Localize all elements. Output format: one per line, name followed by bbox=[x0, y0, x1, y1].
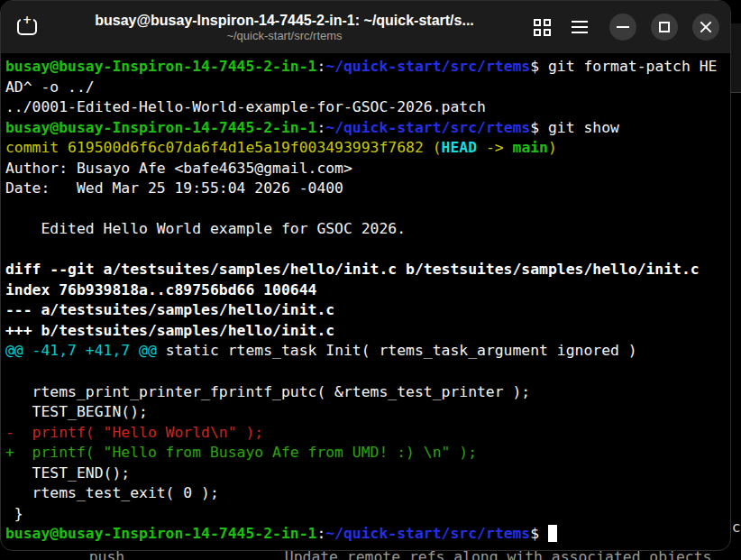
terminal-line: index 76b939818a..c89756bd66 100644 bbox=[5, 280, 730, 301]
terminal-text-segment: : bbox=[316, 58, 325, 75]
minimize-button[interactable] bbox=[609, 14, 636, 41]
terminal-line: --- a/testsuites/samples/hello/init.c bbox=[5, 300, 730, 321]
maximize-icon bbox=[659, 22, 670, 32]
terminal-text-segment: index 76b939818a..c89756bd66 100644 bbox=[5, 281, 316, 298]
plus-icon: + bbox=[21, 15, 33, 24]
terminal-line bbox=[5, 362, 730, 382]
new-tab-button[interactable]: + bbox=[12, 12, 42, 42]
terminal-text-segment: commit 619500d6f6c07da6f4d1e5a19f0034939… bbox=[5, 139, 442, 156]
menu-button[interactable] bbox=[564, 12, 595, 42]
terminal-text-segment: busay@busay-Inspiron-14-7445-2-in-1 bbox=[5, 525, 316, 542]
terminal-line: +++ b/testsuites/samples/hello/init.c bbox=[5, 321, 730, 342]
terminal-text-segment: Author: Busayo Afe <bafe4635@gmail.com> bbox=[5, 160, 352, 177]
terminal-text-segment: ~/quick-start/src/rtems bbox=[325, 119, 530, 136]
background-window-edge bbox=[731, 23, 741, 93]
terminal-text-segment: ) bbox=[548, 139, 557, 156]
minimize-icon bbox=[617, 26, 629, 28]
terminal-line: Date: Wed Mar 25 19:55:04 2026 -0400 bbox=[5, 179, 730, 199]
terminal-line: ../0001-Edited-Hello-World-example-for-G… bbox=[5, 97, 730, 118]
terminal-line bbox=[5, 240, 730, 261]
terminal-text-segment: -> bbox=[477, 139, 512, 156]
terminal-text-segment: Edited Hello World example for GSOC 2026… bbox=[5, 220, 406, 237]
terminal-line: Edited Hello World example for GSOC 2026… bbox=[5, 219, 730, 240]
terminal-text-segment: $ git show bbox=[530, 119, 619, 136]
terminal-text-segment: busay@busay-Inspiron-14-7445-2-in-1 bbox=[5, 119, 316, 136]
terminal-line: Author: Busayo Afe <bafe4635@gmail.com> bbox=[5, 159, 730, 179]
window-title: busay@busay-Inspiron-14-7445-2-in-1: ~/q… bbox=[95, 12, 474, 29]
terminal-text-segment: +++ b/testsuites/samples/hello/init.c bbox=[5, 322, 334, 339]
window-subtitle: ~/quick-start/src/rtems bbox=[226, 29, 342, 43]
terminal-line: busay@busay-Inspiron-14-7445-2-in-1:~/qu… bbox=[5, 57, 730, 78]
terminal-text-segment: @@ -41,7 +41,7 @@ bbox=[5, 342, 157, 359]
terminal-line: busay@busay-Inspiron-14-7445-2-in-1:~/qu… bbox=[5, 118, 730, 139]
grid-icon bbox=[534, 19, 551, 36]
terminal-text-segment: : bbox=[316, 119, 325, 136]
tab-overview-button[interactable] bbox=[526, 12, 557, 42]
terminal-line: - printf( "Hello World\n" ); bbox=[5, 423, 730, 444]
terminal-text-segment: : bbox=[316, 525, 325, 542]
terminal-text-segment: HEAD bbox=[442, 139, 477, 156]
hamburger-icon bbox=[572, 21, 588, 33]
terminal-text-segment: rtems_test_exit( 0 ); bbox=[5, 484, 219, 501]
terminal-line: rtems_test_exit( 0 ); bbox=[5, 483, 730, 504]
terminal-text-segment: $ bbox=[530, 525, 548, 542]
terminal-line: TEST_BEGIN(); bbox=[5, 402, 730, 423]
terminal-text-segment: ~/quick-start/src/rtems bbox=[325, 525, 530, 542]
terminal-line: busay@busay-Inspiron-14-7445-2-in-1:~/qu… bbox=[5, 524, 730, 545]
terminal-text-segment: TEST_END(); bbox=[5, 464, 130, 482]
terminal-text-segment: ../0001-Edited-Hello-World-example-for-G… bbox=[5, 98, 486, 115]
terminal-text-segment: Date: Wed Mar 25 19:55:04 2026 -0400 bbox=[5, 179, 343, 197]
terminal-text-segment: --- a/testsuites/samples/hello/init.c bbox=[5, 301, 334, 318]
title-area: busay@busay-Inspiron-14-7445-2-in-1: ~/q… bbox=[42, 12, 526, 43]
terminal-line: diff --git a/testsuites/samples/hello/in… bbox=[5, 260, 730, 280]
terminal-line: TEST_END(); bbox=[5, 464, 730, 484]
close-button[interactable] bbox=[692, 14, 719, 41]
terminal-text-segment: rtems_print_printer_fprintf_putc( &rtems… bbox=[5, 383, 530, 400]
terminal-window: + busay@busay-Inspiron-14-7445-2-in-1: ~… bbox=[0, 0, 731, 551]
desktop: tch push Update remote refs along with a… bbox=[0, 0, 741, 560]
terminal-line: + printf( "Hello from Busayo Afe from UM… bbox=[5, 443, 730, 464]
terminal-text-segment: ~/quick-start/src/rtems bbox=[325, 58, 530, 75]
terminal-text-segment: AD^ -o ../ bbox=[5, 78, 95, 96]
close-icon bbox=[699, 20, 713, 34]
headerbar: + busay@busay-Inspiron-14-7445-2-in-1: ~… bbox=[1, 1, 730, 53]
terminal-text-segment: TEST_BEGIN(); bbox=[5, 403, 148, 420]
terminal-line: rtems_print_printer_fprintf_putc( &rtems… bbox=[5, 382, 730, 403]
terminal-text-segment: main bbox=[513, 139, 548, 156]
terminal-text-segment: busay@busay-Inspiron-14-7445-2-in-1 bbox=[5, 58, 316, 75]
terminal-line bbox=[5, 199, 730, 220]
terminal-text-segment: $ git format-patch HE bbox=[530, 58, 717, 75]
terminal-text-segment: + printf( "Hello from Busayo Afe from UM… bbox=[5, 444, 477, 461]
terminal-line: commit 619500d6f6c07da6f4d1e5a19f0034939… bbox=[5, 138, 730, 159]
terminal-text-segment: diff --git a/testsuites/samples/hello/in… bbox=[5, 261, 700, 278]
terminal-line: @@ -41,7 +41,7 @@ static rtems_task Init… bbox=[5, 341, 730, 362]
terminal-output[interactable]: busay@busay-Inspiron-14-7445-2-in-1:~/qu… bbox=[1, 53, 730, 545]
new-tab-icon: + bbox=[17, 19, 37, 35]
terminal-line: AD^ -o ../ bbox=[5, 78, 730, 98]
terminal-text-segment: } bbox=[5, 505, 23, 522]
terminal-text-segment: - printf( "Hello World\n" ); bbox=[5, 424, 263, 441]
terminal-line: } bbox=[5, 504, 730, 525]
maximize-button[interactable] bbox=[651, 14, 678, 41]
terminal-cursor bbox=[548, 525, 557, 542]
terminal-text-segment: static rtems_task Init( rtems_task_argum… bbox=[157, 342, 637, 359]
